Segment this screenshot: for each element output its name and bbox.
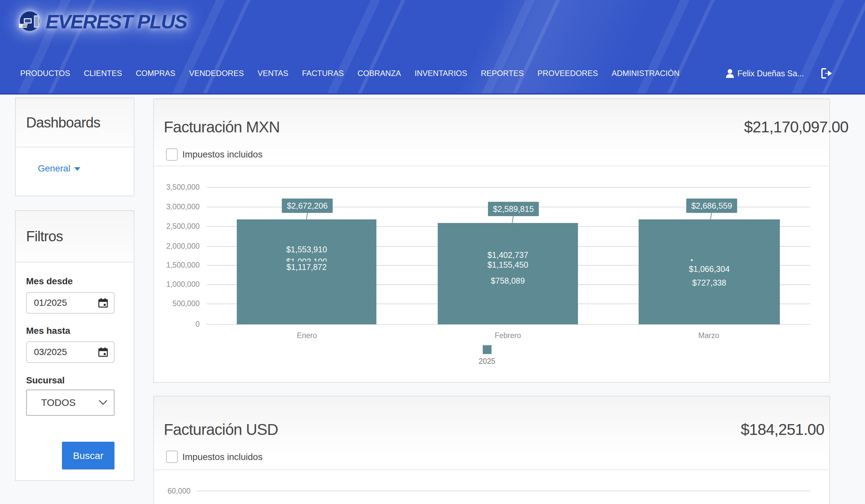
y-axis-tick: 0	[154, 320, 200, 329]
menu-item-vendedores[interactable]: VENDEDORES	[189, 69, 244, 78]
brand-logo[interactable]: EVEREST PLUS	[19, 3, 187, 40]
page: EVEREST PLUS PRODUCTOS CLIENTES COMPRAS …	[0, 0, 865, 504]
mxn-card: Facturación MXN $21,170,097.00 Impuestos…	[153, 98, 830, 383]
month-to-input[interactable]: 03/2025	[26, 341, 115, 363]
bar-segment-label: $727,338	[639, 278, 780, 288]
filters-panel-header: Filtros	[16, 211, 134, 262]
menu-item-clientes[interactable]: CLIENTES	[84, 69, 122, 78]
dashboards-panel-header: Dashboards	[16, 98, 134, 147]
legend-swatch	[483, 345, 492, 354]
menu-item-inventarios[interactable]: INVENTARIOS	[415, 69, 467, 78]
x-axis-label: Enero	[237, 331, 377, 340]
menu-item-proveedores[interactable]: PROVEEDORES	[538, 69, 598, 78]
user-icon	[726, 69, 734, 78]
usd-tax-checkbox-label: Impuestos incluidos	[182, 452, 263, 462]
bar-enero: $1,553,910 $1,003,100 $1,117,872	[237, 219, 377, 324]
gridline	[197, 491, 810, 491]
top-navbar: EVEREST PLUS PRODUCTOS CLIENTES COMPRAS …	[0, 0, 865, 95]
tooltip-connector	[710, 213, 712, 220]
dashboards-panel: Dashboards General	[15, 97, 134, 196]
month-to-value: 03/2025	[34, 347, 67, 357]
x-axis-label: Febrero	[438, 331, 578, 340]
bar-febrero: $1,402,737 $1,155,450 $758,089	[438, 223, 578, 324]
y-axis-tick: 3,000,000	[154, 202, 200, 211]
y-axis-tick: 500,000	[154, 299, 200, 308]
month-to-label: Mes hasta	[26, 326, 70, 336]
mxn-card-title: Facturación MXN	[164, 118, 280, 136]
filters-panel: Filtros Mes desde 01/2025 Mes hasta 03/2…	[15, 210, 134, 481]
branch-select[interactable]: TODOS	[26, 389, 115, 415]
dashboards-title: Dashboards	[26, 115, 100, 131]
x-axis-label: Marzo	[639, 331, 779, 340]
usd-card-total: $184,251.00	[741, 421, 824, 438]
bar-marzo: $1,066,304 $727,338	[639, 219, 780, 324]
bar-segment-label: $1,155,450	[438, 260, 578, 270]
branch-selected-value: TODOS	[41, 397, 76, 408]
caret-down-icon	[74, 167, 80, 171]
mxn-card-total: $21,170,097.00	[744, 118, 849, 136]
calendar-icon[interactable]	[98, 347, 108, 357]
gridline	[207, 187, 810, 188]
menu-item-facturas[interactable]: FACTURAS	[302, 69, 344, 78]
bar-total-tooltip: $2,686,559	[686, 199, 737, 213]
search-button[interactable]: Buscar	[62, 442, 115, 469]
tooltip-connector	[512, 216, 514, 223]
logout-icon[interactable]	[821, 68, 832, 79]
chevron-down-icon	[99, 400, 107, 405]
tooltip-connector	[306, 213, 308, 220]
y-axis-tick: 1,500,000	[154, 261, 200, 270]
bar-total-tooltip: $2,672,206	[282, 199, 333, 213]
bar-segment-label-remnant	[691, 259, 693, 261]
user-menu[interactable]: Felix Dueñas Sa...	[726, 69, 804, 78]
calendar-icon[interactable]	[98, 298, 108, 308]
menu-item-ventas[interactable]: VENTAS	[258, 69, 288, 78]
bar-segment-label: $1,066,304	[639, 264, 780, 274]
chart-legend[interactable]: 2025	[461, 345, 513, 366]
month-from-value: 01/2025	[34, 298, 67, 308]
usd-card-title: Facturación USD	[164, 421, 278, 438]
y-axis-tick: 2,500,000	[154, 222, 200, 231]
brand-globe-icon	[19, 10, 42, 33]
month-from-label: Mes desde	[26, 276, 73, 286]
main-menu: PRODUCTOS CLIENTES COMPRAS VENDEDORES VE…	[20, 64, 679, 83]
mxn-tax-checkbox[interactable]	[166, 148, 178, 161]
menu-item-cobranza[interactable]: COBRANZA	[357, 69, 401, 78]
bar-segment-label: $1,117,872	[237, 262, 377, 272]
bar-segment-label: $1,553,910	[237, 245, 377, 254]
y-axis-tick: 1,000,000	[154, 280, 200, 289]
menu-item-administracion[interactable]: ADMINISTRACIÓN	[612, 69, 679, 78]
menu-item-compras[interactable]: COMPRAS	[136, 69, 175, 78]
user-area: Felix Dueñas Sa...	[726, 64, 832, 83]
branch-label: Sucursal	[26, 375, 65, 386]
y-axis-tick: 2,000,000	[154, 242, 200, 251]
menu-item-productos[interactable]: PRODUCTOS	[20, 69, 70, 78]
month-from-input[interactable]: 01/2025	[26, 292, 115, 314]
y-axis-tick: 3,500,000	[154, 183, 200, 192]
mxn-tax-checkbox-label: Impuestos incluidos	[182, 149, 263, 160]
bar-total-tooltip: $2,589,815	[488, 202, 539, 216]
bar-segment-label-clipped: $1,003,100	[237, 257, 377, 261]
bar-segment-label: $1,402,737	[438, 250, 578, 260]
filters-title: Filtros	[26, 228, 63, 245]
bar-segment-label: $758,089	[438, 276, 578, 285]
usd-card: Facturación USD $184,251.00 Impuestos in…	[153, 396, 830, 504]
user-name: Felix Dueñas Sa...	[737, 69, 804, 78]
usd-tax-checkbox[interactable]	[166, 450, 178, 463]
dashboard-selector-label: General	[38, 163, 70, 174]
dashboard-selector[interactable]: General	[38, 163, 80, 174]
brand-name: EVEREST PLUS	[46, 10, 187, 33]
y-axis-tick: 60,000	[154, 487, 191, 495]
menu-item-reportes[interactable]: REPORTES	[481, 69, 524, 78]
legend-label: 2025	[478, 357, 495, 366]
